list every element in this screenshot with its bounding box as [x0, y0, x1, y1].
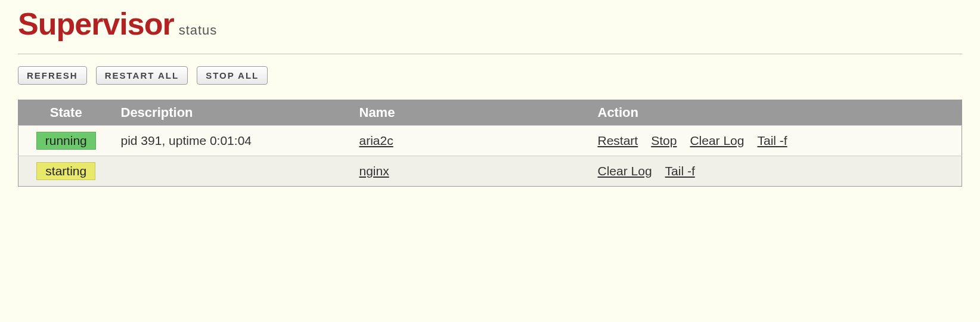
- description-cell: [114, 156, 352, 187]
- header-divider: [18, 54, 962, 54]
- action-restart-link[interactable]: Restart: [598, 134, 638, 148]
- state-badge: starting: [36, 162, 95, 180]
- description-cell: pid 391, uptime 0:01:04: [114, 126, 352, 156]
- action-cell: RestartStopClear LogTail -f: [591, 126, 962, 156]
- process-name-link[interactable]: aria2c: [359, 134, 393, 147]
- table-row: startingnginxClear LogTail -f: [18, 156, 962, 187]
- action-group: RestartStopClear LogTail -f: [598, 134, 955, 148]
- action-tailf-link[interactable]: Tail -f: [665, 164, 695, 178]
- state-cell: running: [18, 126, 114, 156]
- name-cell: aria2c: [352, 126, 591, 156]
- page-subtitle: status: [179, 23, 218, 38]
- action-tailf-link[interactable]: Tail -f: [757, 134, 787, 148]
- col-header-description: Description: [114, 100, 352, 126]
- state-badge: running: [36, 132, 96, 150]
- process-table: State Description Name Action runningpid…: [18, 100, 962, 187]
- table-header-row: State Description Name Action: [18, 100, 962, 126]
- col-header-action: Action: [591, 100, 962, 126]
- name-cell: nginx: [352, 156, 591, 187]
- restart-all-button[interactable]: RESTART ALL: [96, 66, 188, 85]
- toolbar: REFRESH RESTART ALL STOP ALL: [18, 66, 962, 85]
- action-clearlog-link[interactable]: Clear Log: [598, 164, 652, 178]
- stop-all-button[interactable]: STOP ALL: [197, 66, 268, 85]
- process-name-link[interactable]: nginx: [359, 164, 389, 178]
- refresh-button[interactable]: REFRESH: [18, 66, 87, 85]
- page-header: Supervisor status: [18, 6, 962, 42]
- logo: Supervisor: [18, 6, 174, 42]
- action-group: Clear LogTail -f: [598, 164, 955, 178]
- table-row: runningpid 391, uptime 0:01:04aria2cRest…: [18, 126, 962, 156]
- action-stop-link[interactable]: Stop: [651, 134, 677, 148]
- col-header-state: State: [18, 100, 114, 126]
- col-header-name: Name: [352, 100, 591, 126]
- action-cell: Clear LogTail -f: [591, 156, 962, 187]
- action-clearlog-link[interactable]: Clear Log: [690, 134, 744, 148]
- state-cell: starting: [18, 156, 114, 187]
